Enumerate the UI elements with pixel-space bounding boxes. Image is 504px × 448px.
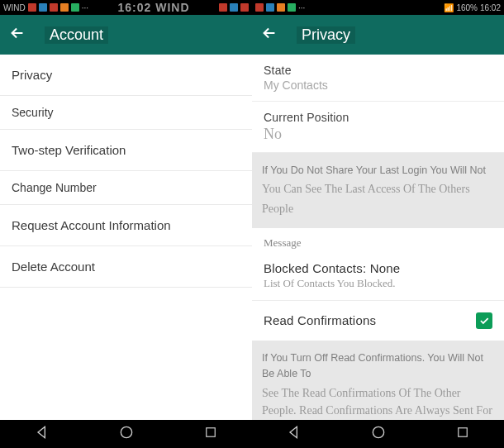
back-arrow-icon xyxy=(260,24,278,42)
circle-home-icon xyxy=(370,424,387,441)
nav-bar xyxy=(0,420,252,448)
svg-rect-1 xyxy=(207,428,216,437)
header: Account xyxy=(0,15,252,55)
phone-right: ··· 📶 160% 16:02 Privacy State My Contac… xyxy=(252,0,504,448)
privacy-list: State My Contacts Current Position No If… xyxy=(252,55,504,420)
item-request-info[interactable]: Request Account Information xyxy=(0,205,252,246)
item-security[interactable]: Security xyxy=(0,96,252,130)
blocked-title: Blocked Contacts: None xyxy=(264,261,492,275)
phone-left: WIND ··· 16:02 WIND Account Privacy xyxy=(0,0,252,448)
clock-label: 16:02 xyxy=(480,3,501,12)
info-line: If You Do Not Share Your Last Login You … xyxy=(262,164,486,176)
nav-home[interactable] xyxy=(370,424,387,444)
item-two-step[interactable]: Two-step Verification xyxy=(0,130,252,171)
nav-back[interactable] xyxy=(286,424,302,444)
status-center-time: 16:02 WIND xyxy=(88,1,219,14)
info-line: If You Turn Off Read Confirmations. You … xyxy=(262,352,483,379)
state-label: State xyxy=(252,55,504,79)
status-icon xyxy=(219,3,227,12)
account-list: Privacy Security Two-step Verification C… xyxy=(0,55,252,420)
info-line-emph: See The Read Confirmations Of The Other … xyxy=(262,384,494,421)
status-icon xyxy=(50,3,58,12)
status-icon xyxy=(60,3,69,12)
svg-point-0 xyxy=(121,427,132,437)
item-privacy[interactable]: Privacy xyxy=(0,55,252,96)
read-confirmations-label: Read Confirmations xyxy=(264,313,376,327)
back-arrow-icon xyxy=(8,24,26,42)
info-line-emph: People xyxy=(262,200,494,218)
status-icon xyxy=(230,3,238,12)
status-right: 📶 160% 16:02 xyxy=(444,3,501,12)
item-delete-account[interactable]: Delete Account xyxy=(0,246,252,288)
read-confirmations-checkbox[interactable] xyxy=(476,312,492,329)
nav-recent[interactable] xyxy=(203,425,218,443)
info-line-emph: You Can See The Last Access Of The Other… xyxy=(262,180,494,198)
status-dots: ··· xyxy=(298,3,305,12)
carrier-label: WIND xyxy=(3,3,26,12)
signal-icon: 📶 xyxy=(444,3,454,12)
nav-recent[interactable] xyxy=(455,425,470,443)
status-icon xyxy=(288,3,296,12)
svg-rect-3 xyxy=(459,428,468,437)
page-title: Account xyxy=(45,26,108,44)
triangle-back-icon xyxy=(34,424,50,441)
status-icon xyxy=(240,3,249,12)
message-section-label: Message xyxy=(252,228,504,253)
status-left: WIND ··· xyxy=(3,3,88,12)
square-recent-icon xyxy=(203,425,218,440)
page-title: Privacy xyxy=(297,26,355,44)
circle-home-icon xyxy=(118,424,135,441)
nav-back[interactable] xyxy=(34,424,50,444)
position-label: Current Position xyxy=(252,102,504,126)
status-icon xyxy=(28,3,36,12)
status-bar: ··· 📶 160% 16:02 xyxy=(252,0,504,15)
status-left: ··· xyxy=(255,3,305,12)
svg-point-2 xyxy=(373,427,384,437)
triangle-back-icon xyxy=(286,424,302,441)
info-read-confirmations: If You Turn Off Read Confirmations. You … xyxy=(252,341,504,420)
status-icon xyxy=(255,3,264,12)
nav-bar xyxy=(252,420,504,448)
blocked-contacts[interactable]: Blocked Contacts: None List Of Contacts … xyxy=(252,253,504,301)
header: Privacy xyxy=(252,15,504,55)
square-recent-icon xyxy=(455,425,470,440)
status-bar: WIND ··· 16:02 WIND xyxy=(0,0,252,15)
status-dots: ··· xyxy=(82,3,88,12)
info-last-login: If You Do Not Share Your Last Login You … xyxy=(252,153,504,228)
status-icon xyxy=(71,3,79,12)
blocked-subtitle: List Of Contacts You Blocked. xyxy=(264,277,492,290)
check-icon xyxy=(478,315,490,326)
nav-home[interactable] xyxy=(118,424,135,444)
status-icon xyxy=(39,3,47,12)
status-icon xyxy=(266,3,274,12)
status-right xyxy=(219,3,249,12)
back-button[interactable] xyxy=(8,24,26,45)
read-confirmations-row[interactable]: Read Confirmations xyxy=(252,301,504,341)
position-value[interactable]: No xyxy=(252,126,504,153)
back-button[interactable] xyxy=(260,24,278,45)
item-change-number[interactable]: Change Number xyxy=(0,171,252,205)
status-icon xyxy=(277,3,285,12)
battery-label: 160% xyxy=(456,3,478,12)
state-value[interactable]: My Contacts xyxy=(252,79,504,102)
